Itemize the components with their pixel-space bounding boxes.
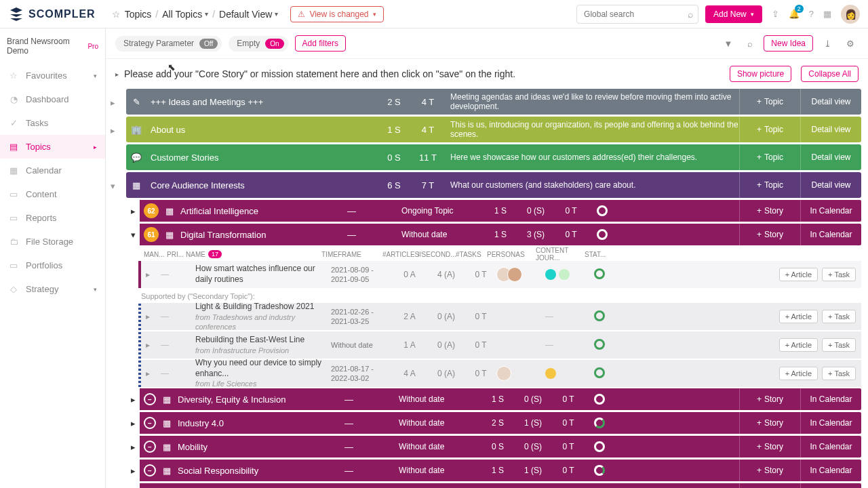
collapse-icon[interactable]: ▾ [106,181,119,191]
topic-title[interactable]: +++ Ideas and Meetings +++ [146,97,377,107]
nav-strategy[interactable]: ◇Strategy▾ [0,277,105,301]
bc-topics[interactable]: Topics [125,9,152,20]
toggle-off[interactable]: Off [199,39,218,49]
add-story-button[interactable]: + Story [739,483,800,488]
add-story-button[interactable]: + Story [739,200,800,222]
nav-favourites[interactable]: ☆Favourites▾ [0,64,105,87]
add-topic-button[interactable]: + Topic [739,144,800,170]
nav-files[interactable]: 🗀File Storage [0,230,105,253]
expand-icon[interactable]: ▸ [106,125,119,136]
settings-icon[interactable]: ⚙ [846,39,854,49]
in-calendar-button[interactable]: In Calendar [800,224,861,245]
story-name[interactable]: How smart watches influence our daily ro… [195,264,331,285]
expand-icon[interactable]: ▸ [126,200,140,222]
subtopic-row[interactable]: ▸ ▦ Sustainability —Without date 0 S0 (S… [126,483,861,488]
nav-dashboard[interactable]: ◔Dashboard [0,87,105,111]
expand-icon[interactable]: ▸ [106,98,119,108]
bc-view[interactable]: Default View [219,9,278,20]
add-article-button[interactable]: + Article [779,338,818,352]
subtopic-title[interactable]: Artificial Intelligence [178,206,340,216]
add-topic-button[interactable]: + Topic [739,89,800,115]
add-filters-button[interactable]: Add filters [295,35,346,52]
story-name[interactable]: Rebuilding the East-West Linefrom Infras… [195,335,331,355]
filter-strategy-parameter[interactable]: Strategy ParameterOff [115,36,222,52]
nav-topics[interactable]: ▤Topics▸ [0,135,105,159]
add-story-button[interactable]: + Story [739,460,800,481]
collapse-icon[interactable]: ▾ [126,224,140,245]
show-picture-button[interactable]: Show picture [730,66,791,82]
add-story-button[interactable]: + Story [739,412,800,434]
story-row[interactable]: ▸ — How smart watches influence our dail… [138,261,861,288]
detail-view-button[interactable]: Detail view [800,89,861,115]
nav-portfolios[interactable]: ▭Portfolios [0,253,105,277]
subtopic-row[interactable]: ▸ ▦ Social Responsibility —Without date … [126,460,861,481]
add-task-button[interactable]: + Task [822,338,856,352]
add-article-button[interactable]: + Article [779,367,818,380]
apps-icon[interactable]: ▦ [823,9,831,19]
bc-all-topics[interactable]: All Topics [162,9,208,20]
expand-icon[interactable]: ▸ [142,340,153,350]
workspace-name[interactable]: Brand Newsroom Demo Pro [0,28,105,64]
view-changed-button[interactable]: ⚠ View is changed [290,6,383,22]
search-icon[interactable]: ⌕ [688,9,693,20]
story-name[interactable]: Why you need our device to simply enhanc… [195,358,331,388]
in-calendar-button[interactable]: In Calendar [800,388,861,410]
detail-view-button[interactable]: Detail view [800,144,861,170]
help-icon[interactable]: ? [809,9,814,19]
collapse-all-button[interactable]: Collapse All [801,66,859,82]
add-topic-button[interactable]: + Topic [739,172,800,198]
in-calendar-button[interactable]: In Calendar [800,412,861,434]
in-calendar-button[interactable]: In Calendar [800,483,861,488]
star-icon[interactable]: ☆ [112,9,121,20]
add-task-button[interactable]: + Task [822,310,856,323]
nav-tasks[interactable]: ✓Tasks [0,111,105,135]
add-task-button[interactable]: + Task [822,268,856,281]
topic-title[interactable]: About us [146,125,377,135]
share-icon[interactable]: ⇪ [772,9,779,19]
add-new-button[interactable]: Add New [705,5,762,23]
add-story-button[interactable]: + Story [739,388,800,410]
in-calendar-button[interactable]: In Calendar [800,436,861,458]
subtopic-row[interactable]: ▸ ▦ Mobility —Without date 0 S0 (S)0 T +… [126,436,861,458]
add-task-button[interactable]: + Task [822,367,856,380]
logo[interactable]: SCOMPLER [8,6,96,22]
expand-icon[interactable]: ▸ [126,388,140,410]
nav-reports[interactable]: ▭Reports [0,206,105,230]
new-idea-button[interactable]: New Idea [764,35,813,52]
expand-icon[interactable]: ▸ [126,436,140,458]
nav-content[interactable]: ▭Content [0,182,105,206]
export-icon[interactable]: ⤓ [824,39,831,49]
add-article-button[interactable]: + Article [779,310,818,323]
subtopic-title[interactable]: Digital Transformation [178,230,340,240]
detail-view-button[interactable]: Detail view [800,117,861,142]
expand-icon[interactable]: ▸ [142,312,153,321]
add-article-button[interactable]: + Article [779,268,818,281]
add-story-button[interactable]: + Story [739,224,800,245]
subtopic-row[interactable]: ▸ ▦ Diversity, Equity & Inclusion — With… [126,388,861,410]
filter-icon[interactable]: ▼ [724,39,732,49]
expand-icon[interactable]: ▸ [142,369,153,378]
in-calendar-button[interactable]: In Calendar [800,200,861,222]
subtopic-row[interactable]: ▾ 61 ▦ Digital Transformation — Without … [126,224,861,245]
add-story-button[interactable]: + Story [739,436,800,458]
expand-icon[interactable]: ▸ [142,270,153,279]
filter-empty[interactable]: EmptyOn [229,36,288,52]
search-input[interactable] [576,5,698,24]
add-topic-button[interactable]: + Topic [739,117,800,142]
story-row[interactable]: ▸ — Rebuilding the East-West Linefrom In… [138,331,861,359]
topic-title[interactable]: Customer Stories [146,152,377,163]
detail-view-button[interactable]: Detail view [800,172,861,198]
expand-icon[interactable]: ▸ [126,483,140,488]
subtopic-row[interactable]: ▸ 62 ▦ Artificial Intelligence — Ongoing… [126,200,861,222]
story-row[interactable]: ▸ — Why you need our device to simply en… [138,360,861,387]
subtopic-row[interactable]: ▸ ▦ Industry 4.0 —Without date 2 S1 (S)0… [126,412,861,434]
toggle-on[interactable]: On [265,39,283,49]
story-name[interactable]: Light & Building Tradeshow 2021from Trad… [195,302,331,331]
expand-icon[interactable]: ▸ [126,460,140,481]
avatar[interactable]: 👩 [841,5,860,24]
story-row[interactable]: ▸ — Light & Building Tradeshow 2021from … [138,303,861,330]
topic-title[interactable]: Core Audience Interests [146,180,377,190]
search-in-page-icon[interactable]: ⌕ [747,39,753,49]
in-calendar-button[interactable]: In Calendar [800,460,861,481]
expand-icon[interactable]: ▸ [115,70,119,78]
